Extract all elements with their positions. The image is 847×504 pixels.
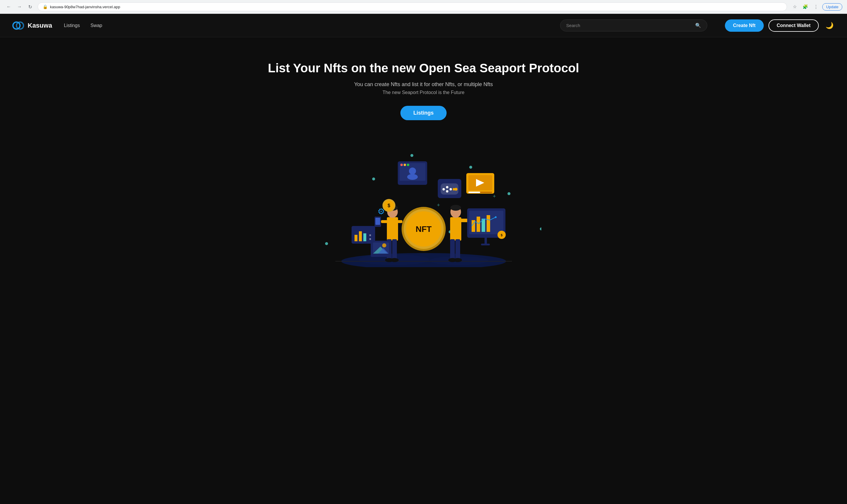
navbar: Kasuwa Listings Swap 🔍 Create Nft Connec… <box>0 14 847 37</box>
svg-rect-26 <box>381 220 387 223</box>
svg-point-51 <box>407 164 409 166</box>
svg-rect-27 <box>397 220 402 223</box>
nav-swap[interactable]: Swap <box>90 23 102 28</box>
svg-text:NFT: NFT <box>415 224 431 234</box>
svg-text:+: + <box>437 202 440 208</box>
svg-point-49 <box>400 164 403 166</box>
svg-point-56 <box>443 188 445 191</box>
listings-cta-button[interactable]: Listings <box>400 106 447 120</box>
hero-subtitle: You can create Nfts and list it for othe… <box>6 82 841 88</box>
create-nft-button[interactable]: Create Nft <box>725 19 764 32</box>
profile-menu-icon[interactable]: ⋮ <box>812 3 820 11</box>
logo[interactable]: Kasuwa <box>12 19 52 32</box>
connect-wallet-button[interactable]: Connect Wallet <box>768 19 819 32</box>
back-button[interactable]: ← <box>5 3 13 11</box>
svg-text:$: $ <box>387 203 390 208</box>
hero-section: List Your Nfts on the new Open Sea Seapo… <box>0 37 847 132</box>
svg-point-3 <box>372 178 375 180</box>
nav-links: Listings Swap <box>64 23 542 28</box>
search-icon[interactable]: 🔍 <box>695 23 701 28</box>
svg-text:≡: ≡ <box>369 237 371 241</box>
hero-tagline: The new Seaport Protocol is the Future <box>6 90 841 95</box>
svg-rect-86 <box>485 238 487 244</box>
lock-icon: 🔒 <box>43 4 48 9</box>
svg-rect-29 <box>375 218 380 225</box>
svg-text:+: + <box>493 193 496 199</box>
svg-point-61 <box>454 188 457 191</box>
extensions-icon[interactable]: 🧩 <box>801 3 809 11</box>
browser-actions: ☆ 🧩 ⋮ Update <box>791 3 842 11</box>
svg-rect-73 <box>455 239 460 260</box>
svg-rect-87 <box>481 244 490 246</box>
url-text: kasuwa-90p8w7had-janvinsha.vercel.app <box>50 5 120 9</box>
svg-rect-21 <box>387 217 398 241</box>
svg-point-5 <box>507 192 511 195</box>
svg-point-7 <box>325 242 328 245</box>
logo-text: Kasuwa <box>28 22 52 30</box>
svg-rect-23 <box>392 239 397 260</box>
svg-point-58 <box>446 190 448 193</box>
search-bar[interactable]: 🔍 <box>560 19 707 32</box>
bookmark-icon[interactable]: ☆ <box>791 3 799 11</box>
svg-rect-82 <box>477 217 480 232</box>
svg-point-50 <box>404 164 406 166</box>
browser-nav-buttons: ← → ↻ <box>5 3 34 11</box>
svg-rect-71 <box>450 217 461 241</box>
svg-text:$: $ <box>500 233 502 237</box>
svg-point-46 <box>382 243 386 248</box>
svg-text:≡: ≡ <box>369 233 371 237</box>
svg-point-59 <box>450 188 452 191</box>
hero-illustration: + + + + NFT <box>306 144 541 267</box>
update-button[interactable]: Update <box>822 3 842 11</box>
hero-title: List Your Nfts on the new Open Sea Seapo… <box>6 61 841 75</box>
address-bar[interactable]: 🔒 kasuwa-90p8w7had-janvinsha.vercel.app <box>38 2 787 11</box>
svg-point-57 <box>446 186 448 188</box>
svg-point-75 <box>450 205 461 211</box>
svg-point-85 <box>495 216 497 218</box>
svg-rect-66 <box>468 192 480 193</box>
svg-rect-84 <box>487 215 490 232</box>
svg-rect-33 <box>355 235 358 241</box>
forward-button[interactable]: → <box>15 3 23 11</box>
refresh-button[interactable]: ↻ <box>26 3 34 11</box>
svg-point-31 <box>391 258 399 262</box>
svg-point-78 <box>454 258 462 262</box>
svg-point-4 <box>469 166 472 169</box>
svg-rect-35 <box>363 233 366 241</box>
svg-point-52 <box>409 167 416 175</box>
svg-point-53 <box>407 174 418 180</box>
browser-chrome: ← → ↻ 🔒 kasuwa-90p8w7had-janvinsha.verce… <box>0 0 847 14</box>
search-input[interactable] <box>566 23 692 28</box>
svg-point-6 <box>540 228 541 230</box>
nav-actions: Create Nft Connect Wallet 🌙 <box>725 19 835 32</box>
theme-toggle-button[interactable]: 🌙 <box>824 20 835 32</box>
illustration-svg: + + + + NFT <box>306 144 541 267</box>
nav-listings[interactable]: Listings <box>64 23 80 28</box>
svg-rect-76 <box>461 219 468 222</box>
logo-icon <box>12 19 25 32</box>
svg-rect-72 <box>450 239 455 260</box>
svg-rect-34 <box>359 231 362 241</box>
svg-point-2 <box>410 154 413 157</box>
